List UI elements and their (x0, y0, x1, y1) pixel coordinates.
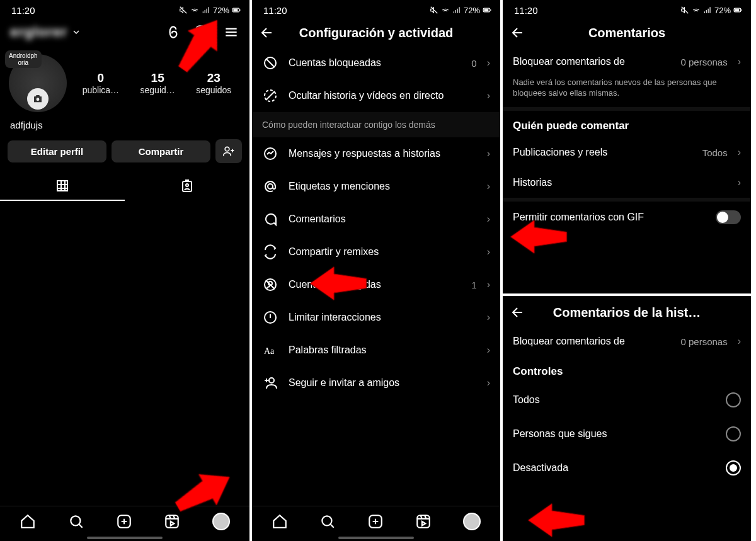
chevron-right-icon: › (487, 57, 490, 69)
status-bar: 11:20 72% (0, 0, 249, 19)
discover-people-button[interactable] (215, 139, 242, 163)
option-following[interactable]: Personas que sigues (503, 417, 751, 451)
share-profile-button[interactable]: Compartir (112, 140, 210, 162)
battery-icon (733, 6, 742, 14)
nav-create-icon[interactable] (367, 513, 384, 530)
chevron-right-icon: › (738, 147, 741, 158)
nav-reels-icon[interactable] (164, 513, 180, 530)
chevron-right-icon: › (487, 181, 490, 192)
stat-following[interactable]: 23seguidos (196, 71, 231, 95)
svg-point-25 (322, 516, 331, 525)
chevron-down-icon[interactable] (71, 27, 81, 37)
svg-rect-10 (166, 515, 179, 528)
profile-buttons: Editar perfil Compartir (0, 139, 249, 172)
page-title: Comentarios de la hist… (536, 305, 718, 320)
follow-icon (262, 375, 278, 390)
radio-icon[interactable] (726, 392, 741, 407)
block-subtext: Nadie verá los comentarios nuevos de las… (503, 77, 751, 107)
svg-rect-14 (484, 9, 488, 11)
svg-point-24 (269, 378, 274, 383)
gesture-handle (87, 537, 163, 539)
limit-icon (262, 310, 278, 325)
svg-marker-33 (529, 504, 585, 537)
back-button[interactable] (510, 305, 528, 320)
stats: 0publica… 15seguid… 23seguidos (72, 71, 242, 95)
row-messages[interactable]: Mensajes y respuestas a historias › (252, 137, 500, 170)
chevron-right-icon: › (487, 377, 490, 389)
status-time: 11:20 (263, 5, 287, 16)
gif-toggle[interactable] (716, 210, 741, 224)
row-posts-reels[interactable]: Publicaciones y reels Todos › (503, 137, 751, 168)
settings-screen: 11:20 72% Configuración y actividad Cuen… (252, 0, 503, 541)
section-header: Cómo pueden interactuar contigo los demá… (252, 112, 500, 137)
profile-header: erglorer (0, 19, 249, 45)
status-icons: 72% (179, 6, 241, 15)
row-restricted[interactable]: Cuentas restringidas 1 › (252, 268, 500, 301)
row-comments[interactable]: Comentarios › (252, 203, 500, 236)
nav-profile-icon[interactable] (463, 513, 481, 530)
edit-profile-button[interactable]: Editar perfil (8, 140, 106, 162)
radio-icon[interactable] (726, 460, 741, 476)
chevron-right-icon: › (738, 177, 741, 188)
svg-text:Aa: Aa (264, 346, 275, 356)
back-button[interactable] (260, 25, 277, 40)
row-blocked-accounts[interactable]: Cuentas bloqueadas 0 › (252, 47, 500, 79)
row-tags-mentions[interactable]: Etiquetas y menciones › (252, 170, 500, 203)
tab-grid[interactable] (0, 172, 125, 201)
story-comments-screen: Comentarios de la hist… Bloquear comenta… (503, 296, 751, 541)
radio-icon[interactable] (726, 426, 741, 441)
camera-icon[interactable] (27, 88, 49, 110)
display-name: adfjdujs (0, 117, 249, 139)
status-bar: 11:20 72% (503, 0, 751, 19)
profile-stats-area: Androidph oria 0publica… 15seguid… 23seg… (0, 45, 249, 117)
svg-rect-1 (233, 9, 238, 11)
settings-list: Cuentas bloqueadas 0 › Ocultar historia … (252, 47, 500, 506)
status-time: 11:20 (514, 5, 538, 16)
menu-icon[interactable] (223, 24, 239, 40)
status-time: 11:20 (11, 5, 35, 16)
row-hide-story[interactable]: Ocultar historia y vídeos en directo › (252, 79, 500, 112)
option-everyone[interactable]: Todos (503, 383, 751, 417)
row-allow-gif[interactable]: Permitir comentarios con GIF (503, 202, 751, 233)
nav-profile-icon[interactable] (212, 513, 230, 530)
chevron-right-icon: › (487, 148, 490, 159)
row-stories[interactable]: Historias › (503, 168, 751, 198)
remix-icon (262, 244, 278, 259)
row-filtered-words[interactable]: Aa Palabras filtradas › (252, 334, 500, 367)
row-block-comments-from[interactable]: Bloquear comentarios de 0 personas › (503, 47, 751, 77)
create-icon[interactable] (194, 24, 210, 40)
arrow-annotation (528, 503, 585, 538)
stat-followers[interactable]: 15seguid… (140, 71, 175, 95)
tab-tagged[interactable] (125, 172, 249, 201)
nav-create-icon[interactable] (116, 513, 132, 530)
stat-posts[interactable]: 0publica… (83, 71, 119, 95)
nav-search-icon[interactable] (68, 513, 84, 530)
row-sharing-remix[interactable]: Compartir y remixes › (252, 236, 500, 268)
option-off[interactable]: Desactivada (503, 451, 751, 485)
chevron-right-icon: › (487, 312, 490, 323)
mute-icon (430, 6, 438, 14)
comments-screens: 11:20 72% Comentarios Bloquear comentari… (503, 0, 753, 541)
hide-icon (262, 88, 278, 103)
signal-icon (452, 6, 461, 14)
back-button[interactable] (510, 25, 528, 40)
threads-icon[interactable] (165, 24, 181, 40)
nav-reels-icon[interactable] (415, 513, 432, 530)
bottom-nav (0, 506, 249, 534)
username[interactable]: erglorer (10, 24, 67, 40)
chevron-right-icon: › (487, 214, 490, 225)
row-block-comments-from[interactable]: Bloquear comentarios de 0 personas › (503, 326, 751, 356)
wifi-icon (190, 6, 199, 14)
nav-search-icon[interactable] (319, 513, 336, 530)
row-follow-invite[interactable]: Seguir e invitar a amigos › (252, 367, 500, 399)
wifi-icon (441, 6, 450, 14)
page-title: Comentarios (536, 26, 718, 40)
page-title: Configuración y actividad (285, 26, 467, 40)
story-comments-header: Comentarios de la hist… (503, 296, 751, 326)
block-icon (262, 55, 278, 71)
row-limit[interactable]: Limitar interacciones › (252, 301, 500, 334)
who-can-comment-title: Quién puede comentar (503, 111, 751, 137)
nav-home-icon[interactable] (272, 513, 288, 530)
nav-home-icon[interactable] (20, 513, 36, 530)
avatar[interactable]: Androidph oria (9, 54, 67, 112)
